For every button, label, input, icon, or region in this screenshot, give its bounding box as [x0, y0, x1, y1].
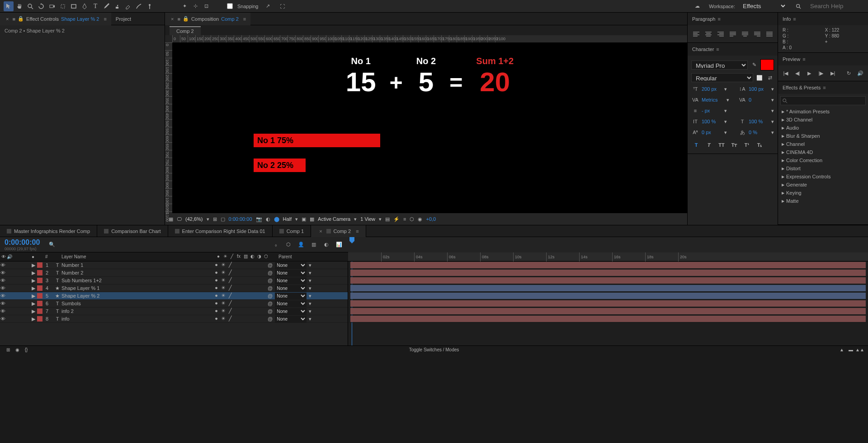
- quality-switch[interactable]: ╱: [227, 300, 233, 307]
- rectangle-tool[interactable]: [69, 1, 79, 11]
- shy-switch[interactable]: ●: [213, 270, 219, 276]
- chevron-down-icon[interactable]: ▾: [309, 308, 311, 314]
- chevron-down-icon[interactable]: ▾: [309, 301, 311, 307]
- camera-tool[interactable]: [47, 1, 57, 11]
- layer-name[interactable]: Sub Numbers 1+2: [60, 278, 213, 283]
- pan-behind-tool[interactable]: [58, 1, 68, 11]
- layer-duration-bar[interactable]: [350, 300, 866, 307]
- adjustment-switch-icon[interactable]: ◑: [256, 254, 262, 260]
- zoom-out-slider-icon[interactable]: ▲: [837, 345, 846, 354]
- all-caps-button[interactable]: TT: [717, 140, 726, 150]
- time-ruler[interactable]: 02s04s06s08s10s12s14s16s18s20s: [348, 252, 868, 261]
- resolution-dropdown[interactable]: Half: [283, 216, 292, 222]
- pickwhip-icon[interactable]: @: [268, 316, 273, 322]
- clone-stamp-tool[interactable]: [112, 1, 122, 11]
- snapshot-icon[interactable]: 📷: [256, 216, 262, 222]
- justify-all-button[interactable]: [764, 29, 774, 39]
- playhead-head[interactable]: [349, 237, 354, 243]
- layer-duration-bar[interactable]: [350, 293, 866, 299]
- quality-switch[interactable]: ╱: [227, 277, 233, 284]
- chevron-down-icon[interactable]: ▾: [309, 293, 311, 299]
- close-icon[interactable]: ×: [170, 16, 175, 22]
- current-time[interactable]: 0:00:00:00: [229, 216, 252, 222]
- layer-color-label[interactable]: [37, 285, 42, 291]
- track-bar[interactable]: [348, 315, 868, 323]
- fast-preview-icon[interactable]: ⚡: [393, 216, 400, 222]
- close-icon[interactable]: ×: [318, 228, 323, 234]
- layer-color-label[interactable]: [37, 270, 42, 275]
- shy-switch[interactable]: ●: [213, 300, 219, 307]
- quality-switch-icon[interactable]: ╱: [229, 254, 235, 260]
- zoom-tool[interactable]: [25, 1, 35, 11]
- video-toggle[interactable]: 👁: [0, 293, 5, 298]
- pickwhip-icon[interactable]: @: [268, 285, 273, 291]
- quality-switch[interactable]: ╱: [227, 293, 233, 299]
- transparency-icon[interactable]: ▩: [310, 216, 314, 222]
- panel-menu-icon[interactable]: ≡: [717, 16, 720, 22]
- panel-menu-icon[interactable]: ≡: [716, 47, 719, 52]
- pickwhip-icon[interactable]: @: [268, 308, 273, 314]
- preview-panel-header[interactable]: Preview ≡: [778, 53, 868, 65]
- layer-duration-bar[interactable]: [350, 262, 866, 268]
- axis-world-icon[interactable]: ⊹: [190, 1, 200, 11]
- rotation-tool[interactable]: [36, 1, 46, 11]
- effect-category[interactable]: ▶* Animation Presets: [778, 107, 868, 116]
- composition-canvas[interactable]: No 1 15 + No 2 5 = Sum 1+2 20: [172, 42, 687, 213]
- roto-brush-tool[interactable]: [134, 1, 144, 11]
- effect-category[interactable]: ▶Audio: [778, 124, 868, 132]
- align-right-button[interactable]: [716, 29, 725, 39]
- safe-zones-icon[interactable]: ▢: [221, 216, 225, 222]
- pickwhip-icon[interactable]: @: [268, 293, 273, 298]
- toggle-in-out-icon[interactable]: {}: [22, 345, 31, 354]
- baseline-input[interactable]: [702, 130, 722, 135]
- faux-italic-button[interactable]: T: [704, 140, 714, 150]
- timeline-tab[interactable]: Comp 1: [273, 225, 311, 237]
- channel-icon[interactable]: ⬤: [274, 216, 279, 222]
- hscale-input[interactable]: [749, 119, 769, 124]
- snapping-checkbox[interactable]: [227, 3, 233, 9]
- tracking-input[interactable]: [749, 97, 769, 103]
- parent-dropdown[interactable]: None: [275, 262, 307, 269]
- search-icon[interactable]: 🔍: [49, 242, 55, 247]
- layer-color-label[interactable]: [37, 301, 42, 306]
- quality-switch[interactable]: ╱: [227, 270, 233, 276]
- timecode[interactable]: 0:00:00:00: [0, 238, 44, 247]
- axis-view-icon[interactable]: ⊡: [201, 1, 211, 11]
- expand-arrow-icon[interactable]: ▶: [31, 293, 36, 299]
- show-snapshot-icon[interactable]: ◐: [266, 216, 270, 222]
- effect-category[interactable]: ▶Blur & Sharpen: [778, 132, 868, 140]
- collapse-switch[interactable]: ☀: [220, 300, 226, 307]
- collapse-switch[interactable]: ☀: [220, 262, 226, 268]
- view-dropdown[interactable]: 1 View: [360, 216, 375, 222]
- type-tool[interactable]: T: [90, 1, 100, 11]
- snap-option2-icon[interactable]: ⛶: [278, 1, 288, 11]
- timeline-tab[interactable]: ×Comp 2≡: [311, 225, 366, 237]
- composition-tab[interactable]: × ■ 🔒 Composition Comp 2 ≡: [165, 13, 250, 25]
- panel-menu-icon[interactable]: ≡: [802, 56, 805, 62]
- layer-duration-bar[interactable]: [350, 308, 866, 314]
- effects-search[interactable]: [780, 96, 866, 105]
- timeline-tab[interactable]: Comparison Bar Chart: [97, 225, 168, 237]
- comp-mini-tab[interactable]: Comp 2: [170, 26, 201, 35]
- resolution-icon[interactable]: ⊞: [213, 216, 217, 222]
- subscript-button[interactable]: T₁: [755, 140, 764, 150]
- layer-duration-bar[interactable]: [350, 270, 866, 276]
- layer-row[interactable]: 👁▶2TNumber 2●☀╱@None▾: [0, 269, 348, 277]
- search-icon[interactable]: [793, 1, 803, 11]
- layer-row[interactable]: 👁▶4★Shape Layer % 1●☀╱@None▾: [0, 284, 348, 292]
- collapse-switch[interactable]: ☀: [220, 285, 226, 291]
- shy-switch[interactable]: ●: [213, 277, 219, 284]
- no-fill-icon[interactable]: ⬜: [755, 74, 764, 82]
- panel-menu-icon[interactable]: ≡: [104, 16, 106, 22]
- align-center-button[interactable]: [703, 29, 713, 39]
- parent-dropdown[interactable]: None: [275, 316, 307, 322]
- toggle-switches-label[interactable]: Toggle Switches / Modes: [31, 347, 837, 352]
- zoom-slider-icon[interactable]: ▬: [846, 345, 855, 354]
- font-family-select[interactable]: Myriad Pro: [691, 61, 748, 70]
- puppet-pin-tool[interactable]: [145, 1, 155, 11]
- effect-controls-tab[interactable]: × ■ 🔒 Effect Controls Shape Layer % 2 ≡: [0, 13, 111, 25]
- track-bar[interactable]: [348, 277, 868, 284]
- fx-switch-icon[interactable]: fx: [236, 254, 242, 260]
- collapse-switch[interactable]: ☀: [220, 277, 226, 284]
- pickwhip-icon[interactable]: @: [268, 278, 273, 283]
